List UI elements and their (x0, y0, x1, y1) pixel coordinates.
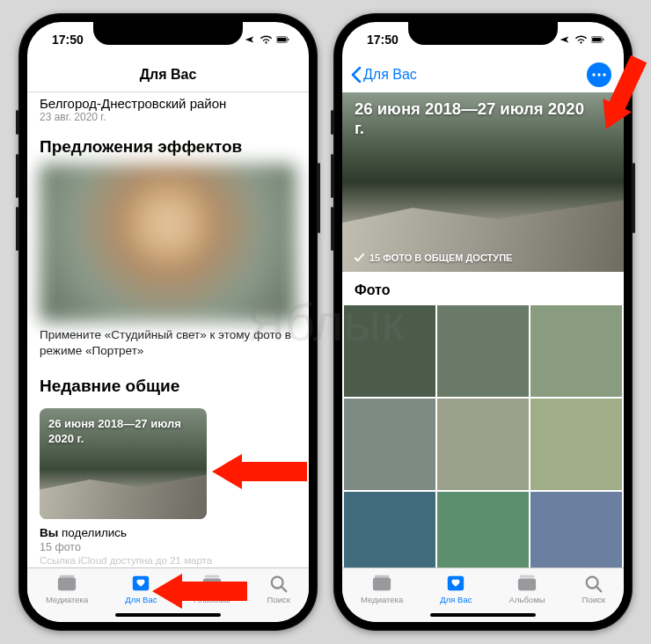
photo-thumbnail[interactable] (437, 305, 529, 397)
volume-down (16, 207, 18, 251)
airplane-icon (558, 34, 571, 45)
shared-card-title: 26 июня 2018—27 июля 2020 г. (40, 408, 207, 456)
annotation-arrow (212, 451, 309, 492)
tab-label: Медиатека (46, 595, 88, 604)
photo-thumbnail[interactable] (344, 305, 435, 397)
status-time: 17:50 (367, 33, 399, 47)
wifi-icon (574, 34, 588, 45)
location-date: 23 авг. 2020 г. (40, 111, 296, 123)
tab-label: Альбомы (509, 595, 545, 604)
hero-subtitle: 15 ФОТО В ОБЩЕМ ДОСТУПЕ (355, 252, 611, 263)
annotation-arrow (152, 571, 249, 611)
photo-thumbnail[interactable] (437, 492, 529, 567)
svg-rect-19 (518, 579, 536, 591)
svg-rect-3 (58, 578, 76, 591)
svg-line-9 (282, 587, 287, 592)
tab-label: Поиск (267, 595, 290, 604)
effect-caption: Примените «Студийный свет» к этому фото … (27, 322, 309, 364)
albums-icon (516, 574, 538, 593)
photo-count: 15 фото (40, 541, 296, 553)
svg-point-13 (592, 73, 595, 76)
photo-thumbnail[interactable] (530, 492, 622, 567)
power-button (318, 163, 320, 233)
chevron-left-icon (351, 67, 362, 83)
tab-label: Для Вас (440, 595, 472, 604)
library-icon (370, 574, 393, 593)
effect-suggestion-image[interactable] (40, 164, 296, 322)
battery-icon (591, 34, 604, 45)
photo-grid (342, 304, 624, 567)
back-label: Для Вас (363, 67, 417, 83)
for-you-icon (444, 574, 467, 593)
home-indicator[interactable] (430, 613, 536, 617)
you-shared-line: Вы поделились (40, 526, 296, 539)
volume-down (331, 207, 333, 251)
content-scroll[interactable]: 26 июня 2018—27 июля 2020 г. 15 ФОТО В О… (342, 92, 624, 567)
ellipsis-icon (592, 73, 606, 77)
photo-thumbnail[interactable] (437, 399, 529, 490)
nav-bar: Для Вас (342, 57, 624, 92)
photos-heading: Фото (342, 272, 624, 304)
location-title: Белгород-Днестровский район (40, 96, 296, 111)
photo-thumbnail[interactable] (344, 492, 435, 567)
search-icon (267, 574, 290, 593)
airplane-icon (243, 34, 256, 45)
tab-albums[interactable]: Альбомы (509, 574, 545, 604)
svg-rect-1 (277, 38, 286, 42)
nav-bar: Для Вас (27, 57, 309, 92)
photo-thumbnail[interactable] (530, 305, 622, 397)
nav-title: Для Вас (140, 67, 197, 83)
volume-up (16, 154, 18, 198)
power-button (633, 163, 635, 233)
svg-point-14 (597, 73, 600, 76)
mute-switch (331, 110, 333, 135)
svg-rect-12 (603, 39, 603, 40)
effects-heading: Предложения эффектов (27, 125, 309, 164)
phone-left: 17:50 Для Вас Белгород-Днестровский райо… (18, 13, 318, 631)
battery-icon (276, 34, 289, 45)
tab-for-you[interactable]: Для Вас (440, 574, 472, 604)
recent-shared-heading: Недавние общие (27, 364, 309, 403)
mute-switch (16, 110, 18, 135)
svg-rect-4 (60, 575, 75, 578)
icloud-link-note: Ссылка iCloud доступна до 21 марта (40, 555, 296, 566)
checkmark-icon (355, 253, 364, 263)
tab-library[interactable]: Медиатека (46, 574, 88, 604)
svg-rect-20 (520, 575, 535, 578)
tab-search[interactable]: Поиск (582, 574, 605, 604)
svg-rect-2 (288, 39, 289, 40)
home-indicator[interactable] (115, 613, 221, 617)
shared-album-card[interactable]: 26 июня 2018—27 июля 2020 г. (40, 408, 207, 519)
wifi-icon (260, 34, 273, 45)
phone-right: 17:50 Для Вас 26 июня 2018—27 июля 2020 … (333, 13, 633, 631)
status-time: 17:50 (52, 33, 84, 47)
volume-up (331, 154, 333, 198)
svg-rect-11 (592, 38, 601, 42)
hero-image[interactable]: 26 июня 2018—27 июля 2020 г. 15 ФОТО В О… (342, 92, 624, 272)
notch (93, 22, 243, 45)
library-icon (55, 574, 78, 593)
photo-thumbnail[interactable] (344, 399, 435, 490)
hero-title: 26 июня 2018—27 июля 2020 г. (355, 99, 611, 138)
svg-point-15 (603, 73, 605, 76)
back-button[interactable]: Для Вас (351, 67, 417, 83)
photo-thumbnail[interactable] (530, 399, 622, 490)
search-icon (582, 574, 605, 593)
tab-search[interactable]: Поиск (267, 574, 290, 604)
for-you-icon (129, 574, 152, 593)
tab-label: Поиск (582, 595, 605, 604)
svg-rect-17 (375, 575, 390, 578)
svg-rect-16 (373, 578, 391, 591)
content-scroll[interactable]: Белгород-Днестровский район 23 авг. 2020… (27, 92, 309, 567)
svg-line-22 (596, 587, 602, 592)
tab-library[interactable]: Медиатека (361, 574, 403, 604)
notch (408, 22, 558, 45)
tab-label: Медиатека (361, 595, 403, 604)
